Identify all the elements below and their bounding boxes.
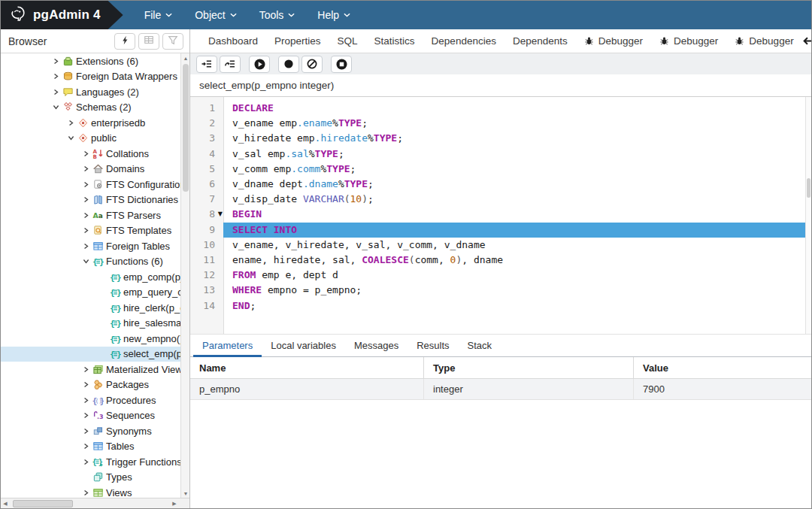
tree-item-materialized-views[interactable]: Materialized Views bbox=[1, 362, 180, 377]
tree-horizontal-scrollbar[interactable]: ◀ ▶ bbox=[1, 498, 189, 508]
code-line-5[interactable]: 5v_comm emp.comm%TYPE; bbox=[190, 162, 805, 177]
code-editor[interactable]: 1DECLARE2v_ename emp.ename%TYPE;3v_hired… bbox=[190, 97, 811, 334]
line-number[interactable]: 9 bbox=[190, 223, 223, 238]
code-line-10[interactable]: 10v_ename, v_hiredate, v_sal, v_comm, v_… bbox=[190, 238, 805, 253]
tree-item-packages[interactable]: Packages bbox=[1, 377, 180, 393]
menu-file[interactable]: File bbox=[144, 9, 173, 21]
clear-breakpoints-button[interactable] bbox=[301, 56, 323, 73]
dependencies-grid-button[interactable] bbox=[138, 33, 159, 50]
tree-item-hire-salesman[interactable]: {}hire_salesman( bbox=[1, 316, 180, 332]
chevron-right-icon[interactable] bbox=[80, 443, 91, 450]
tree-item-fts-configurations[interactable]: FTS Configurations bbox=[1, 177, 180, 192]
code-line-13[interactable]: 13WHERE empno = p_empno; bbox=[190, 283, 805, 298]
tree-item-fts-parsers[interactable]: AaFTS Parsers bbox=[1, 208, 180, 223]
tree-item-trigger-functions[interactable]: {}Trigger Functions bbox=[1, 454, 180, 470]
tree-item-sequences[interactable]: .3Sequences bbox=[1, 408, 180, 424]
scroll-down-icon[interactable]: ▼ bbox=[181, 489, 189, 498]
pane-tab-local-variables[interactable]: Local variables bbox=[262, 335, 345, 356]
line-number[interactable]: 7 bbox=[190, 192, 223, 207]
code-line-2[interactable]: 2v_ename emp.ename%TYPE; bbox=[190, 116, 805, 131]
chevron-right-icon[interactable] bbox=[80, 397, 91, 404]
scroll-tabs-left-button[interactable] bbox=[802, 35, 811, 47]
tree-item-foreign-data-wrappers-2[interactable]: Foreign Data Wrappers (2 bbox=[1, 69, 180, 85]
chevron-right-icon[interactable] bbox=[80, 459, 91, 465]
chevron-right-icon[interactable] bbox=[80, 381, 91, 388]
editor-vscroll-thumb[interactable] bbox=[807, 178, 810, 198]
editor-vertical-scrollbar[interactable] bbox=[805, 97, 811, 334]
chevron-right-icon[interactable] bbox=[80, 196, 91, 203]
chevron-down-icon[interactable] bbox=[80, 258, 91, 265]
tree-item-types[interactable]: Types bbox=[1, 470, 180, 486]
tree-hscroll-thumb[interactable] bbox=[13, 500, 73, 507]
table-row[interactable]: p_empnointeger7900 bbox=[190, 379, 811, 400]
line-number[interactable]: 13 bbox=[190, 283, 223, 298]
chevron-right-icon[interactable] bbox=[80, 489, 91, 496]
tree-item-emp-query-cal[interactable]: {}emp_query_cal bbox=[1, 285, 180, 301]
line-number[interactable]: 11 bbox=[190, 253, 223, 268]
pane-tab-messages[interactable]: Messages bbox=[345, 335, 408, 356]
chevron-down-icon[interactable] bbox=[50, 104, 61, 111]
line-number[interactable]: 6 bbox=[190, 177, 223, 192]
pane-tab-stack[interactable]: Stack bbox=[459, 335, 501, 356]
tree-item-domains[interactable]: Domains bbox=[1, 162, 180, 177]
chevron-right-icon[interactable] bbox=[50, 73, 61, 80]
code-line-6[interactable]: 6v_dname dept.dname%TYPE; bbox=[190, 177, 805, 192]
menu-tools[interactable]: Tools bbox=[259, 9, 295, 21]
tab-debugger-7[interactable]: Debugger bbox=[651, 29, 726, 53]
chevron-right-icon[interactable] bbox=[50, 58, 61, 65]
code-line-4[interactable]: 4v_sal emp.sal%TYPE; bbox=[190, 147, 805, 162]
chevron-right-icon[interactable] bbox=[65, 120, 76, 126]
tree-item-public[interactable]: public bbox=[1, 131, 180, 147]
tree-item-extensions-6[interactable]: Extensions (6) bbox=[1, 53, 180, 69]
chevron-right-icon[interactable] bbox=[80, 181, 91, 188]
tab-statistics[interactable]: Statistics bbox=[366, 29, 423, 53]
chevron-right-icon[interactable] bbox=[80, 366, 91, 373]
tree-item-foreign-tables[interactable]: Foreign Tables bbox=[1, 238, 180, 254]
step-into-button[interactable] bbox=[196, 56, 217, 73]
code-line-11[interactable]: 11ename, hiredate, sal, COALESCE(comm, 0… bbox=[190, 253, 805, 268]
pane-tab-results[interactable]: Results bbox=[408, 335, 458, 356]
code-line-7[interactable]: 7v_disp_date VARCHAR(10); bbox=[190, 192, 805, 207]
chevron-right-icon[interactable] bbox=[80, 412, 91, 419]
tab-dashboard[interactable]: Dashboard bbox=[200, 29, 266, 53]
line-number[interactable]: 2 bbox=[190, 116, 223, 131]
chevron-right-icon[interactable] bbox=[80, 428, 91, 435]
tree-item-schemas-2[interactable]: Schemas (2) bbox=[1, 100, 180, 116]
chevron-down-icon[interactable] bbox=[65, 135, 76, 141]
line-number[interactable]: 8▼ bbox=[190, 207, 223, 222]
step-over-button[interactable] bbox=[220, 56, 241, 73]
line-number[interactable]: 1 bbox=[190, 101, 223, 116]
chevron-right-icon[interactable] bbox=[80, 165, 91, 172]
scroll-right-icon[interactable]: ▶ bbox=[170, 498, 179, 508]
tree-vscroll-thumb[interactable] bbox=[183, 64, 189, 192]
chevron-right-icon[interactable] bbox=[80, 150, 91, 157]
chevron-right-icon[interactable] bbox=[80, 243, 91, 250]
line-number[interactable]: 5 bbox=[190, 162, 223, 177]
scroll-up-icon[interactable]: ▲ bbox=[181, 53, 189, 62]
filter-button[interactable] bbox=[162, 33, 183, 50]
column-header-type[interactable]: Type bbox=[424, 357, 634, 378]
line-number[interactable]: 3 bbox=[190, 131, 223, 146]
tree-item-synonyms[interactable]: Synonyms bbox=[1, 423, 180, 439]
tree-item-emp-comp-p-s[interactable]: {}emp_comp(p_s bbox=[1, 269, 180, 285]
code-line-3[interactable]: 3v_hiredate emp.hiredate%TYPE; bbox=[190, 131, 805, 146]
code-line-1[interactable]: 1DECLARE bbox=[190, 101, 805, 116]
stop-button[interactable] bbox=[331, 56, 352, 73]
code-line-8[interactable]: 8▼BEGIN bbox=[190, 207, 805, 222]
line-number[interactable]: 10 bbox=[190, 238, 223, 253]
column-header-name[interactable]: Name bbox=[190, 357, 424, 378]
chevron-right-icon[interactable] bbox=[80, 212, 91, 219]
tab-dependents[interactable]: Dependents bbox=[504, 29, 576, 53]
code-line-12[interactable]: 12FROM emp e, dept d bbox=[190, 268, 805, 283]
line-number[interactable]: 4 bbox=[190, 147, 223, 162]
tree-item-procedures[interactable]: {}()Procedures bbox=[1, 392, 180, 408]
column-header-value[interactable]: Value bbox=[634, 357, 811, 378]
tree-vertical-scrollbar[interactable]: ▲ ▼ bbox=[180, 53, 189, 498]
line-number[interactable]: 12 bbox=[190, 268, 223, 283]
tree-item-enterprisedb[interactable]: enterprisedb bbox=[1, 115, 180, 131]
menu-object[interactable]: Object bbox=[195, 9, 236, 21]
chevron-right-icon[interactable] bbox=[80, 227, 91, 234]
tab-debugger-8[interactable]: Debugger bbox=[726, 29, 801, 53]
chevron-right-icon[interactable] bbox=[50, 89, 61, 95]
quick-search-button[interactable] bbox=[114, 33, 135, 50]
